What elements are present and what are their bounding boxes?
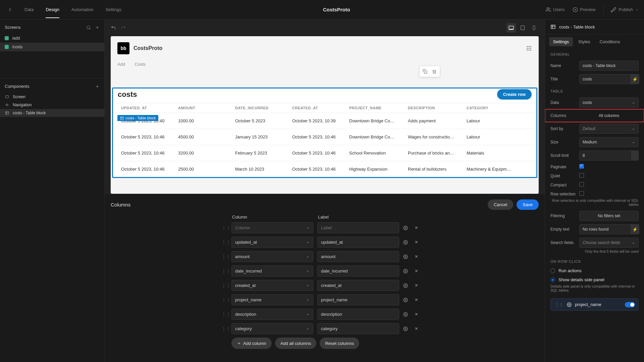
label-input[interactable]: amount	[317, 251, 399, 262]
title-input[interactable]	[579, 74, 639, 84]
bolt-icon[interactable]: ⚡	[631, 74, 639, 84]
app-tab-add[interactable]: Add	[117, 62, 125, 70]
close-icon[interactable]: ✕	[413, 240, 419, 245]
back-button[interactable]	[5, 5, 15, 15]
nav-tab-settings[interactable]: Settings	[100, 1, 127, 18]
sortby-select[interactable]	[579, 124, 639, 134]
gear-icon[interactable]	[403, 312, 409, 317]
gear-icon[interactable]	[403, 226, 409, 230]
drag-handle-icon[interactable]: ⋮⋮	[221, 312, 227, 317]
drag-handle-icon[interactable]: ⋮⋮	[555, 302, 564, 307]
paginate-checkbox[interactable]	[579, 164, 584, 169]
drag-handle-icon[interactable]: ⋮⋮	[221, 254, 227, 259]
columns-field-highlighted[interactable]: Columns	[545, 109, 644, 122]
desktop-view-button[interactable]	[506, 23, 516, 33]
redo-button[interactable]	[121, 25, 126, 31]
users-button[interactable]: Users	[546, 7, 565, 12]
compact-checkbox[interactable]	[579, 182, 584, 187]
close-icon[interactable]: ✕	[413, 254, 419, 259]
label-input[interactable]: Label	[317, 222, 399, 233]
column-select[interactable]: updated_at	[231, 237, 313, 248]
save-button[interactable]: Save	[517, 199, 539, 210]
add-screen-icon[interactable]	[95, 25, 100, 30]
app-tab-costs[interactable]: Costs	[135, 62, 146, 70]
rowsel-checkbox[interactable]	[579, 191, 584, 196]
close-icon[interactable]: ✕	[413, 312, 419, 317]
gear-icon[interactable]	[403, 254, 409, 259]
component-navigation[interactable]: Navigation	[0, 101, 104, 109]
close-icon[interactable]: ✕	[413, 326, 419, 331]
detail-field-project-name[interactable]: ⋮⋮ project_name	[550, 298, 639, 311]
rtab-settings[interactable]: Settings	[549, 37, 573, 46]
mobile-view-button[interactable]	[529, 23, 539, 33]
label-input[interactable]: created_at	[317, 280, 399, 291]
drag-handle-icon[interactable]: ⋮⋮	[221, 240, 227, 245]
empty-text-input[interactable]	[579, 224, 639, 234]
rtab-styles[interactable]: Styles	[574, 37, 594, 46]
scroll-limit-input[interactable]	[579, 150, 639, 161]
nav-tab-data[interactable]: Data	[18, 1, 40, 18]
component-table-block[interactable]: costs - Table block	[0, 109, 104, 117]
nav-tab-automation[interactable]: Automation	[65, 1, 100, 18]
rtab-conditions[interactable]: Conditions	[595, 37, 624, 46]
block-selection-chip[interactable]: costs - Table block	[117, 115, 158, 121]
add-component-icon[interactable]	[95, 84, 100, 89]
screen-item-costs[interactable]: /costs	[0, 43, 104, 51]
delete-button[interactable]	[430, 67, 438, 75]
columns-value[interactable]	[579, 111, 639, 120]
label-input[interactable]: project_name	[317, 294, 399, 305]
screen-item-add[interactable]: /add	[0, 34, 104, 43]
drag-handle-icon[interactable]: ⋮⋮	[221, 268, 227, 274]
column-select[interactable]: Column	[231, 222, 313, 233]
column-select[interactable]: category	[231, 323, 313, 334]
close-icon[interactable]: ✕	[413, 225, 419, 230]
drag-handle-icon[interactable]: ⋮⋮	[221, 297, 227, 303]
gear-icon[interactable]	[403, 269, 409, 274]
publish-button[interactable]: Publish	[603, 5, 639, 15]
add-all-columns-button[interactable]: Add all columns	[275, 338, 317, 349]
filtering-value[interactable]	[579, 211, 639, 221]
column-select[interactable]: description	[231, 309, 313, 320]
size-select[interactable]	[579, 137, 639, 147]
data-select[interactable]	[579, 98, 639, 108]
gear-icon[interactable]	[403, 298, 409, 302]
reset-columns-button[interactable]: Reset columns	[320, 338, 359, 349]
search-icon[interactable]	[86, 25, 91, 30]
preview-button[interactable]: Preview	[573, 7, 595, 12]
nav-tab-design[interactable]: Design	[40, 1, 65, 18]
drag-handle-icon[interactable]: ⋮⋮	[221, 283, 227, 288]
drag-handle-icon[interactable]: ⋮⋮	[221, 326, 227, 331]
column-select[interactable]: project_name	[231, 294, 313, 305]
label-input[interactable]: description	[317, 309, 399, 320]
table-row[interactable]: October 5 2023, 10:463200.00February 5 2…	[113, 145, 536, 161]
column-select[interactable]: date_incurred	[231, 265, 313, 277]
column-select[interactable]: created_at	[231, 280, 313, 291]
add-column-button[interactable]: ＋Add column	[231, 338, 272, 349]
field-toggle[interactable]	[625, 302, 635, 307]
radio-run-actions[interactable]: Run actions	[545, 266, 644, 275]
undo-button[interactable]	[111, 25, 116, 31]
label-input[interactable]: category	[317, 323, 399, 334]
search-fields-select[interactable]	[579, 238, 639, 248]
close-icon[interactable]: ✕	[413, 268, 419, 274]
radio-show-details[interactable]: Show details side panel	[545, 275, 644, 284]
column-select[interactable]: amount	[231, 251, 313, 262]
table-row[interactable]: October 5 2023, 10:464500.00January 15 2…	[113, 129, 536, 145]
label-input[interactable]: date_incurred	[317, 265, 399, 277]
component-screen[interactable]: Screen	[0, 93, 104, 101]
tablet-view-button[interactable]	[518, 23, 527, 33]
quiet-checkbox[interactable]	[579, 173, 584, 178]
apps-grid-icon[interactable]	[526, 45, 532, 51]
gear-icon[interactable]	[403, 240, 409, 245]
table-row[interactable]: October 5 2023, 10:401000.00October 5 20…	[113, 113, 536, 129]
close-icon[interactable]: ✕	[413, 297, 419, 302]
gear-icon[interactable]	[403, 326, 409, 331]
bolt-icon[interactable]: ⚡	[631, 224, 639, 234]
duplicate-button[interactable]	[421, 67, 429, 75]
label-input[interactable]: updated_at	[317, 237, 399, 248]
name-input[interactable]	[579, 61, 639, 71]
table-row[interactable]: October 5 2023, 10:462500.00March 10 202…	[113, 161, 536, 177]
drag-handle-icon[interactable]: ⋮⋮	[221, 225, 227, 231]
create-row-button[interactable]: Create row	[497, 89, 532, 100]
cancel-button[interactable]: Cancel	[488, 199, 513, 210]
